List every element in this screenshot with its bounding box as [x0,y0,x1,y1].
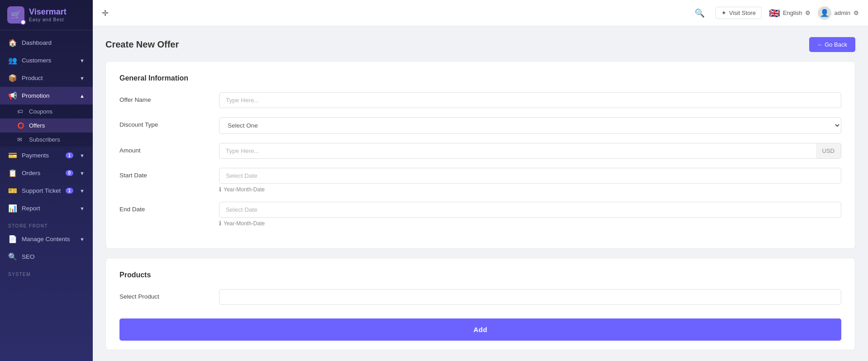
select-product-input[interactable] [219,289,841,305]
page-title: Create New Offer [105,39,179,50]
admin-label: admin [835,10,850,16]
offers-icon: ⭕ [17,122,24,129]
sidebar-item-label: Report [22,205,40,212]
sidebar-item-coupons[interactable]: 🏷 Coupons [0,104,93,119]
expand-icon[interactable]: ✛ [102,8,109,18]
settings-icon: ⚙ [805,10,811,16]
end-date-label: End Date [119,202,210,213]
logo-dot [20,19,26,25]
general-info-card: General Information Offer Name Discount … [105,61,855,249]
sidebar-item-product[interactable]: 📦 Product ▼ [0,69,93,87]
logo-icon: 🛒 [7,6,24,24]
start-date-label: Start Date [119,168,210,179]
info-icon: ℹ [219,220,221,227]
sidebar-item-customers[interactable]: 👥 Customers ▼ [0,52,93,69]
add-button[interactable]: Add [119,318,841,341]
sidebar-item-label: Orders [22,170,40,176]
sidebar-item-label: Dashboard [22,39,52,46]
end-date-wrap: ℹ Year-Month-Date [219,202,841,227]
sidebar-item-label: Payments [22,152,49,159]
sidebar-item-promotion[interactable]: 📢 Promotion ▲ [0,87,93,104]
logo-text: Visermart Easy and Best [29,7,67,23]
logo-subtitle: Easy and Best [29,17,67,23]
discount-type-label: Discount Type [119,117,210,128]
language-selector[interactable]: 🇬🇧 English ⚙ [769,8,811,19]
coupons-icon: 🏷 [17,108,24,115]
add-button-row: Add [119,318,841,341]
payments-icon: 💳 [8,151,17,160]
sidebar-item-label: Support Ticket [22,187,61,194]
sidebar-item-support-ticket[interactable]: 🎫 Support Ticket 1 ▼ [0,182,93,200]
discount-type-row: Discount Type Select One Percentage Fixe… [119,117,841,134]
orders-icon: 📋 [8,169,17,177]
products-title: Products [119,271,841,279]
chevron-down-icon: ▼ [80,188,85,194]
report-icon: 📊 [8,204,17,213]
start-date-input[interactable] [219,168,841,184]
chevron-down-icon: ▼ [80,171,85,176]
sidebar-item-subscribers[interactable]: ✉ Subscribers [0,133,93,147]
go-back-button[interactable]: ← Go Back [809,37,855,52]
support-badge: 1 [66,188,74,194]
admin-menu[interactable]: 👤 admin ⚙ [818,6,859,20]
offer-name-input[interactable] [219,92,841,108]
amount-input[interactable] [219,143,816,159]
select-product-label: Select Product [119,289,210,300]
main-wrapper: ✛ 🔍 ✦ Visit Store 🇬🇧 English ⚙ 👤 admin ⚙… [93,0,868,361]
sidebar-item-orders[interactable]: 📋 Orders 0 ▼ [0,164,93,182]
sidebar-item-label: Customers [22,57,51,64]
amount-wrap: USD [219,143,841,159]
chevron-down-icon: ▼ [80,58,85,63]
sidebar-item-label: SEO [22,253,35,260]
sidebar-item-offers[interactable]: ⭕ Offers [0,119,93,133]
visit-store-icon: ✦ [721,10,726,16]
sidebar-sub-label: Coupons [29,108,52,115]
amount-label: Amount [119,143,210,154]
customers-icon: 👥 [8,56,17,65]
discount-type-select[interactable]: Select One Percentage Fixed Amount [219,117,841,134]
general-info-title: General Information [119,74,841,82]
start-date-hint-text: Year-Month-Date [224,186,265,193]
logo-title: Visermart [29,7,67,17]
manage-contents-icon: 📄 [8,235,17,243]
sidebar: 🛒 Visermart Easy and Best 🏠 Dashboard 👥 … [0,0,93,361]
sidebar-item-report[interactable]: 📊 Report ▼ [0,200,93,217]
search-icon[interactable]: 🔍 [695,8,705,18]
chevron-down-icon: ▼ [80,206,85,211]
language-label: English [783,10,802,16]
flag-icon: 🇬🇧 [769,8,780,19]
admin-settings-icon: ⚙ [854,10,859,16]
amount-suffix: USD [816,143,841,159]
amount-input-wrap: USD [219,143,841,159]
support-ticket-icon: 🎫 [8,186,17,195]
start-date-wrap: ℹ Year-Month-Date [219,168,841,193]
sidebar-item-payments[interactable]: 💳 Payments 1 ▼ [0,147,93,164]
sidebar-item-label: Product [22,75,43,81]
end-date-input[interactable] [219,202,841,218]
sidebar-sub-label: Subscribers [29,136,60,143]
chevron-up-icon: ▲ [80,93,85,99]
sidebar-item-manage-contents[interactable]: 📄 Manage Contents ▼ [0,230,93,248]
offer-name-wrap [219,92,841,108]
discount-type-wrap: Select One Percentage Fixed Amount [219,117,841,134]
start-date-row: Start Date ℹ Year-Month-Date [119,168,841,193]
system-section-label: SYSTEM [0,266,93,279]
sidebar-nav: 🏠 Dashboard 👥 Customers ▼ 📦 Product ▼ 📢 … [0,30,93,361]
promotion-icon: 📢 [8,91,17,100]
sidebar-item-label: Promotion [22,92,50,99]
sidebar-item-dashboard[interactable]: 🏠 Dashboard [0,34,93,52]
logo: 🛒 Visermart Easy and Best [0,0,93,30]
select-product-wrap [219,289,841,305]
products-card: Products Select Product Add [105,258,855,350]
page-content: Create New Offer ← Go Back General Infor… [93,26,868,361]
seo-icon: 🔍 [8,252,17,261]
select-product-row: Select Product [119,289,841,305]
sidebar-item-seo[interactable]: 🔍 SEO [0,248,93,266]
amount-row: Amount USD [119,143,841,159]
offer-name-row: Offer Name [119,92,841,108]
visit-store-button[interactable]: ✦ Visit Store [715,7,762,19]
sidebar-item-label: Manage Contents [22,236,70,242]
page-header: Create New Offer ← Go Back [105,37,855,52]
chevron-down-icon: ▼ [80,237,85,242]
avatar: 👤 [818,6,831,20]
